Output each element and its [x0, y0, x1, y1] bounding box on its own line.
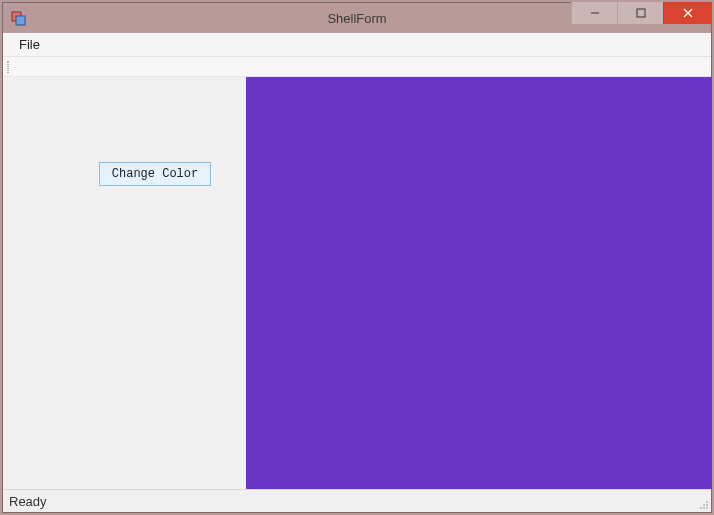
menu-file[interactable]: File	[11, 35, 48, 54]
svg-point-11	[706, 501, 708, 503]
svg-point-6	[706, 507, 708, 509]
app-icon	[11, 10, 27, 26]
left-panel: Change Color	[3, 77, 246, 489]
maximize-button[interactable]	[617, 2, 663, 24]
titlebar[interactable]: ShellForm	[3, 3, 711, 33]
svg-point-10	[703, 504, 705, 506]
minimize-button[interactable]	[571, 2, 617, 24]
toolbar-grip-icon	[7, 61, 9, 73]
close-button[interactable]	[663, 2, 711, 24]
svg-point-9	[700, 507, 702, 509]
window-controls	[571, 3, 711, 33]
svg-point-7	[703, 507, 705, 509]
status-text: Ready	[9, 494, 47, 509]
svg-rect-1	[16, 16, 25, 25]
right-panel	[246, 77, 711, 489]
client-area: Change Color	[3, 77, 711, 489]
menubar: File	[3, 33, 711, 57]
svg-point-8	[706, 504, 708, 506]
color-display	[246, 77, 712, 489]
resize-grip-icon[interactable]	[697, 498, 709, 510]
svg-rect-3	[637, 9, 645, 17]
statusbar: Ready	[3, 489, 711, 512]
application-window: ShellForm File Change Color	[2, 2, 712, 513]
toolbar	[3, 57, 711, 77]
change-color-button[interactable]: Change Color	[99, 162, 211, 186]
